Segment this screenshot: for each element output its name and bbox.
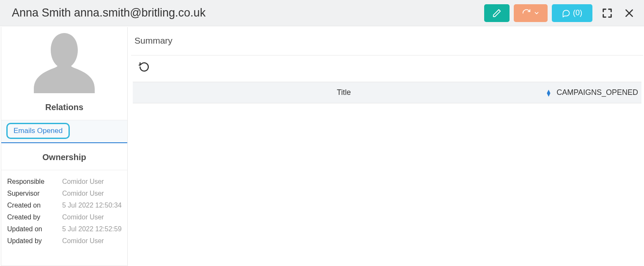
close-button[interactable] (622, 6, 636, 20)
column-campaigns-opened[interactable]: CAMPAIGNS_OPENED (555, 82, 641, 103)
comments-button[interactable]: (0) (552, 4, 592, 22)
ownership-list: Responsible Comidor User Supervisor Comi… (1, 170, 127, 249)
relation-item-label: Emails Opened (6, 123, 70, 139)
ownership-label: Updated on (7, 225, 62, 233)
sort-icon[interactable]: ▲▼ (545, 89, 551, 96)
ownership-label: Created on (7, 202, 62, 209)
refresh-icon (139, 61, 150, 72)
comments-count: (0) (573, 8, 582, 17)
edit-button[interactable] (484, 4, 510, 22)
ownership-row: Created on 5 Jul 2022 12:50:34 (7, 202, 122, 209)
relations-heading: Relations (1, 103, 127, 120)
ownership-value: Comidor User (62, 190, 104, 197)
main-panel: Summary Title ▲▼ CAMP (129, 26, 644, 266)
ownership-label: Responsible (7, 178, 62, 186)
fullscreen-icon (601, 7, 613, 19)
refresh-dropdown-button[interactable] (514, 4, 548, 22)
summary-heading: Summary (131, 28, 643, 55)
ownership-value: Comidor User (62, 213, 104, 221)
refresh-button[interactable] (139, 61, 150, 74)
ownership-label: Updated by (7, 237, 62, 245)
ownership-row: Responsible Comidor User (7, 178, 122, 186)
ownership-row: Updated by Comidor User (7, 237, 122, 245)
close-icon (624, 8, 635, 19)
table-header-row: Title ▲▼ CAMPAIGNS_OPENED (133, 82, 641, 103)
chevron-down-icon (534, 10, 540, 16)
ownership-row: Updated on 5 Jul 2022 12:52:59 (7, 225, 122, 233)
page-title: Anna Smith anna.smith@britling.co.uk (12, 6, 206, 19)
fullscreen-button[interactable] (600, 6, 614, 20)
summary-table: Title ▲▼ CAMPAIGNS_OPENED (133, 82, 641, 103)
ownership-label: Created by (7, 213, 62, 221)
ownership-value: 5 Jul 2022 12:52:59 (62, 225, 122, 233)
ownership-row: Created by Comidor User (7, 213, 122, 221)
cycle-icon (522, 8, 531, 18)
ownership-value: 5 Jul 2022 12:50:34 (62, 202, 122, 209)
ownership-value: Comidor User (62, 237, 104, 245)
sidebar: Relations Emails Opened Ownership Respon… (1, 27, 128, 266)
relation-item-emails-opened[interactable]: Emails Opened (1, 120, 127, 143)
header-actions: (0) (484, 4, 636, 22)
ownership-value: Comidor User (62, 178, 104, 186)
ownership-label: Supervisor (7, 190, 62, 197)
column-title[interactable]: Title ▲▼ (133, 82, 555, 103)
summary-toolbar (131, 55, 643, 82)
ownership-heading: Ownership (1, 143, 127, 170)
header-bar: Anna Smith anna.smith@britling.co.uk (0) (0, 0, 644, 26)
avatar (1, 27, 127, 103)
pencil-icon (492, 8, 501, 18)
ownership-row: Supervisor Comidor User (7, 190, 122, 197)
speech-bubble-icon (562, 9, 570, 17)
